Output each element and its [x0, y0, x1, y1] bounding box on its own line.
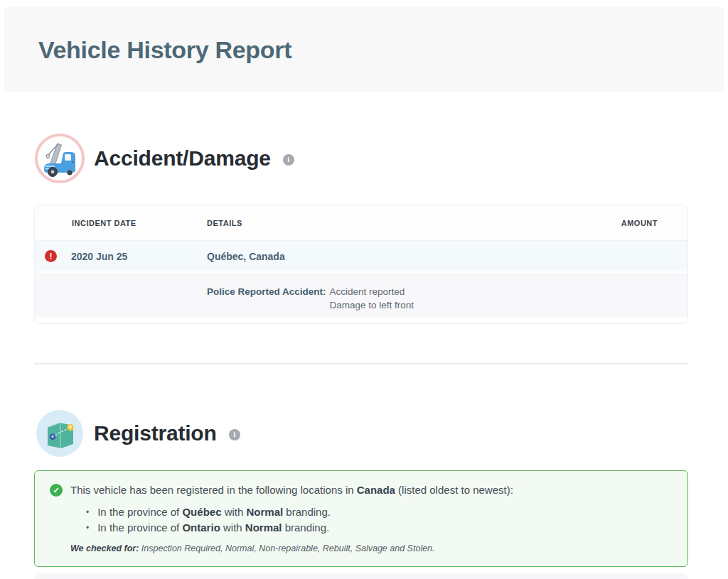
report-header: Vehicle History Report: [4, 7, 724, 92]
registration-info-icon[interactable]: i: [229, 429, 240, 440]
summary-prefix: This vehicle has been registered in the …: [70, 484, 357, 496]
page-title: Vehicle History Report: [38, 36, 291, 64]
bullet-mid: with: [221, 506, 246, 518]
alert-icon: !: [45, 250, 57, 262]
bullet-text: In the province of Ontario with Normal b…: [97, 520, 329, 536]
bullet-text: In the province of Québec with Normal br…: [97, 504, 331, 520]
col-details: DETAILS: [207, 219, 574, 227]
incident-detail-label: Police Reported Accident:: [207, 285, 326, 298]
bullet-province: Ontario: [182, 521, 220, 534]
checked-for-label: We checked for:: [70, 543, 139, 553]
registration-bullet-list: • In the province of Québec with Normal …: [50, 504, 673, 536]
summary-country: Canada: [357, 484, 395, 496]
section-divider: [34, 363, 688, 364]
col-amount: AMOUNT: [574, 219, 687, 227]
report-content: Accident/Damage i INCIDENT DATE DETAILS …: [34, 133, 688, 579]
detail-line: Accident reported: [330, 285, 414, 298]
registration-bullet-item: • In the province of Québec with Normal …: [86, 504, 673, 520]
registration-section-title: Registration: [94, 421, 217, 445]
checked-for-note: We checked for: Inspection Required, Nor…: [70, 543, 673, 553]
registration-summary-box: ✓ This vehicle has been registered in th…: [34, 470, 688, 567]
incident-detail-values: Accident reported Damage to left front: [330, 285, 414, 312]
bullet-icon: •: [86, 504, 89, 520]
bullet-pre: In the province of: [97, 506, 182, 518]
detail-line: Damage to left front: [330, 298, 414, 312]
col-incident-date: INCIDENT DATE: [35, 219, 207, 227]
bullet-branding: Normal: [247, 506, 284, 518]
accident-info-icon[interactable]: i: [283, 154, 294, 166]
accident-section-header: Accident/Damage i: [34, 133, 688, 184]
map-icon: [34, 408, 85, 459]
registration-section-header: Registration i: [34, 408, 688, 459]
bullet-post: branding.: [282, 521, 330, 534]
incident-table: INCIDENT DATE DETAILS AMOUNT ! 2020 Jun …: [34, 205, 688, 324]
bullet-pre: In the province of: [97, 521, 182, 534]
registration-summary-text: This vehicle has been registered in the …: [70, 483, 513, 497]
incident-location: Québec, Canada: [207, 251, 574, 262]
check-icon: ✓: [50, 484, 63, 497]
incident-detail-row: Police Reported Accident: Accident repor…: [35, 273, 687, 317]
incident-row: ! 2020 Jun 25 Québec, Canada: [35, 241, 687, 273]
bullet-mid: with: [220, 521, 245, 534]
bullet-icon: •: [86, 520, 89, 536]
incident-date: 2020 Jun 25: [71, 251, 127, 262]
summary-suffix: (listed oldest to newest):: [395, 484, 513, 496]
bullet-branding: Normal: [245, 521, 282, 534]
top-strip: [0, 0, 728, 7]
accident-section-title: Accident/Damage: [94, 146, 271, 171]
bullet-post: branding.: [283, 506, 331, 518]
registration-bullet-item: • In the province of Ontario with Normal…: [86, 520, 673, 536]
checked-for-values: Inspection Required, Normal, Non-repaira…: [139, 543, 434, 553]
bullet-province: Québec: [182, 506, 221, 518]
next-section-edge: [34, 573, 688, 579]
tow-truck-icon: [34, 133, 85, 184]
incident-table-header: INCIDENT DATE DETAILS AMOUNT: [35, 205, 687, 241]
